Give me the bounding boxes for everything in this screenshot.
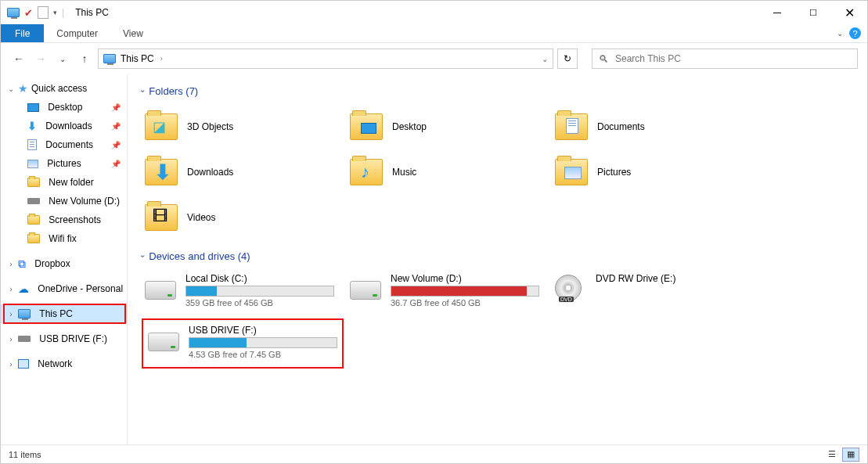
folder-desktop[interactable]: Desktop (347, 105, 544, 149)
sidebar-thispc[interactable]: › This PC (1, 304, 127, 323)
details-view-button[interactable]: ☰ (823, 448, 841, 462)
window-title: This PC (75, 7, 109, 18)
up-button[interactable]: ↑ (76, 50, 93, 67)
sidebar-item-pictures[interactable]: Pictures📌 (1, 154, 127, 173)
drive-localdisk-c[interactable]: Local Disk (C:) 359 GB free of 456 GB (142, 270, 339, 314)
sidebar-dropbox[interactable]: ›⧉ Dropbox (1, 254, 127, 273)
recent-locations-button[interactable]: ⌄ (54, 50, 71, 67)
sidebar-item-downloads[interactable]: ⬇ Downloads📌 (1, 117, 127, 135)
view-tab[interactable]: View (110, 24, 156, 42)
status-text: 11 items (9, 450, 41, 459)
address-bar: ← → ⌄ ↑ This PC› ⌄ ↻ 🔍︎ (1, 43, 867, 74)
refresh-button[interactable]: ↻ (557, 49, 578, 69)
address-icon (103, 54, 116, 63)
sidebar-item-newfolder[interactable]: New folder (1, 173, 127, 192)
search-box[interactable]: 🔍︎ (592, 49, 858, 69)
folder-downloads[interactable]: ⬇Downloads (142, 150, 339, 194)
sidebar-item-documents[interactable]: Documents📌 (1, 135, 127, 154)
menubar: File Computer View ⌄ ? (1, 24, 867, 43)
statusbar: 11 items ☰ ▦ (1, 444, 867, 463)
folders-header[interactable]: ›Folders (7) (142, 85, 853, 97)
folder-videos[interactable]: 🎞Videos (142, 196, 339, 239)
content-pane: ›Folders (7) ◪3D Objects Desktop Documen… (128, 74, 867, 444)
back-button[interactable]: ← (10, 50, 27, 67)
sidebar-network[interactable]: › Network (1, 354, 127, 373)
sidebar-item-screenshots[interactable]: Screenshots (1, 210, 127, 229)
folder-3dobjects[interactable]: ◪3D Objects (142, 105, 339, 149)
file-menu[interactable]: File (1, 24, 44, 42)
close-button[interactable]: ✕ (831, 1, 867, 24)
app-icon (7, 8, 20, 17)
minimize-button[interactable]: ─ (759, 1, 795, 24)
drive-usb-f[interactable]: USB DRIVE (F:) 4.53 GB free of 7.45 GB (142, 318, 344, 369)
drive-newvolume-d[interactable]: New Volume (D:) 36.7 GB free of 450 GB (347, 270, 544, 314)
maximize-button[interactable]: ☐ (795, 1, 831, 24)
computer-tab[interactable]: Computer (44, 24, 110, 42)
ribbon-expand-icon[interactable]: ⌄ (837, 29, 843, 38)
sidebar-onedrive[interactable]: ›☁ OneDrive - Personal (1, 279, 127, 298)
sidebar-item-newvolume[interactable]: New Volume (D:) (1, 192, 127, 210)
folder-music[interactable]: ♪Music (347, 150, 544, 194)
sidebar-quick-access[interactable]: ⌄★Quick access (1, 79, 127, 98)
sidebar-item-wififix[interactable]: Wifi fix (1, 229, 127, 248)
titlebar: ✔ ▾ | This PC ─ ☐ ✕ (1, 1, 867, 24)
search-input[interactable] (615, 53, 851, 64)
sidebar: ⌄★Quick access Desktop📌 ⬇ Downloads📌 Doc… (1, 74, 128, 444)
help-icon[interactable]: ? (849, 27, 861, 39)
drives-header[interactable]: ›Devices and drives (4) (142, 250, 853, 262)
sidebar-item-desktop[interactable]: Desktop📌 (1, 98, 127, 117)
search-icon: 🔍︎ (599, 53, 609, 65)
sidebar-usbdrive[interactable]: › USB DRIVE (F:) (1, 329, 127, 348)
drive-dvd-e[interactable]: DVD RW Drive (E:) (552, 270, 749, 314)
address-box[interactable]: This PC› ⌄ (98, 49, 553, 69)
tiles-view-button[interactable]: ▦ (842, 448, 859, 462)
folder-pictures[interactable]: Pictures (552, 150, 749, 194)
forward-button[interactable]: → (32, 50, 49, 67)
folder-documents[interactable]: Documents (552, 105, 749, 149)
breadcrumb[interactable]: This PC (121, 53, 154, 64)
